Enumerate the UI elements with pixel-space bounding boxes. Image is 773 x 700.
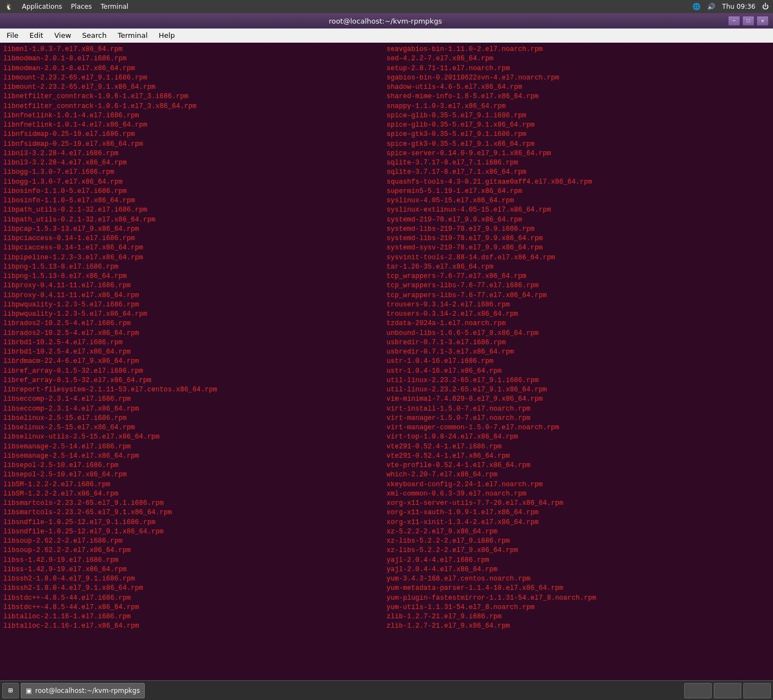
list-item: seavgabios-bin-1.11.0-2.el7.noarch.rpm bbox=[386, 45, 770, 54]
applications-menu[interactable]: Applications bbox=[22, 3, 62, 10]
list-item: libssh2-1.8.0-4.el7_9.1.x86_64.rpm bbox=[3, 584, 386, 593]
list-item: libnfnetlink-1.0.1-4.el7.x86_64.rpm bbox=[3, 121, 386, 130]
datetime-display: Thu 09:36 bbox=[722, 3, 755, 10]
taskbar-window-label: root@localhost:~/kvm-rpmpkgs bbox=[35, 687, 140, 695]
list-item: libpciaccess-0.14-1.el7.i686.rpm bbox=[3, 234, 386, 243]
list-item: yum-plugin-fastestmirror-1.1.31-54.el7_8… bbox=[386, 594, 770, 603]
list-item: libseccomp-2.3.1-4.el7.i686.rpm bbox=[3, 395, 386, 404]
taskbar-terminal-window[interactable]: ▣ root@localhost:~/kvm-rpmpkgs bbox=[21, 683, 145, 698]
list-item: xz-libs-5.2.2-2.el7_9.i686.rpm bbox=[386, 537, 770, 546]
list-item: xorg-x11-xinit-1.3.4-2.el7.x86_64.rpm bbox=[386, 518, 770, 527]
menu-file[interactable]: File bbox=[2, 30, 23, 41]
menu-search[interactable]: Search bbox=[78, 30, 111, 41]
list-item: libref_array-0.1.5-32.el7.x86_64.rpm bbox=[3, 376, 386, 385]
list-item: snappy-1.1.0-3.el7.x86_64.rpm bbox=[386, 102, 770, 111]
maximize-button[interactable]: □ bbox=[742, 16, 754, 26]
list-item: libnetfilter_conntrack-1.0.6-1.el7_3.i68… bbox=[3, 92, 386, 101]
terminal-output: libmnl-1.0.3-7.el7.x86_64.rpmlibmodman-2… bbox=[3, 45, 770, 688]
list-item: librados2-10.2.5-4.el7.x86_64.rpm bbox=[3, 329, 386, 338]
list-item: trousers-0.3.14-2.el7.i686.rpm bbox=[386, 300, 770, 310]
list-item: ustr-1.0.4-16.el7.i686.rpm bbox=[386, 357, 770, 366]
left-column: libmnl-1.0.3-7.el7.x86_64.rpmlibmodman-2… bbox=[3, 45, 386, 631]
menu-edit[interactable]: Edit bbox=[25, 30, 48, 41]
list-item: libsoup-2.62.2-2.el7.x86_64.rpm bbox=[3, 546, 386, 555]
list-item: libosinfo-1.1.0-5.el7.x86_64.rpm bbox=[3, 196, 386, 206]
os-icon: 🐧 bbox=[4, 2, 13, 11]
list-item: which-2.20-7.el7.x86_64.rpm bbox=[386, 470, 770, 480]
list-item: shadow-utils-4.6-5.el7.x86_64.rpm bbox=[386, 83, 770, 92]
list-item: libosinfo-1.1.0-5.el7.i686.rpm bbox=[3, 187, 386, 196]
list-item: spice-gtk3-0.35-5.el7_9.1.x86_64.rpm bbox=[386, 140, 770, 149]
list-item: libss-1.42.9-19.el7.x86_64.rpm bbox=[3, 565, 386, 574]
taskbar-right-btn-2[interactable] bbox=[714, 683, 741, 698]
list-item: util-linux-2.23.2-65.el7_9.1.i686.rpm bbox=[386, 376, 770, 385]
list-item: tcp_wrappers-libs-7.6-77.el7.x86_64.rpm bbox=[386, 291, 770, 300]
menu-terminal[interactable]: Terminal bbox=[113, 30, 152, 41]
taskbar-right-btn-1[interactable] bbox=[684, 683, 712, 698]
places-menu[interactable]: Places bbox=[71, 3, 92, 10]
menu-help[interactable]: Help bbox=[154, 30, 179, 41]
list-item: libpng-1.5.13-8.el7.x86_64.rpm bbox=[3, 272, 386, 281]
list-item: spice-gtk3-0.35-5.el7_9.1.i686.rpm bbox=[386, 130, 770, 139]
close-button[interactable]: ✕ bbox=[757, 16, 769, 26]
minimize-button[interactable]: − bbox=[728, 16, 740, 26]
list-item: setup-2.8.71-11.el7.noarch.rpm bbox=[386, 64, 770, 73]
list-item: libmount-2.23.2-65.el7_9.1.i686.rpm bbox=[3, 73, 386, 83]
system-bar: 🐧 Applications Places Terminal 🌐 🔊 Thu 0… bbox=[0, 0, 773, 13]
list-item: sysvinit-tools-2.88-14.dsf.el7.x86_64.rp… bbox=[386, 253, 770, 263]
list-item: librbd1-10.2.5-4.el7.x86_64.rpm bbox=[3, 348, 386, 357]
list-item: sqlite-3.7.17-8.el7_7.1.i686.rpm bbox=[386, 158, 770, 168]
list-item: spice-glib-0.35-5.el7_9.1.i686.rpm bbox=[386, 111, 770, 121]
list-item: libstdc++-4.8.5-44.el7.i686.rpm bbox=[3, 594, 386, 603]
right-column: seavgabios-bin-1.11.0-2.el7.noarch.rpmse… bbox=[386, 45, 770, 631]
list-item: systemd-sysv-219-78.el7_9.9.x86_64.rpm bbox=[386, 243, 770, 253]
list-item: libsndfile-1.0.25-12.el7_9.1.i686.rpm bbox=[3, 518, 386, 527]
list-item: libselinux-2.5-15.el7.i686.rpm bbox=[3, 414, 386, 423]
list-item: vte291-0.52.4-1.el7.x86_64.rpm bbox=[386, 452, 770, 461]
list-item: yum-metadata-parser-1.1.4-10.el7.x86_64.… bbox=[386, 584, 770, 593]
network-icon: 🌐 bbox=[692, 3, 701, 10]
list-item: systemd-libs-219-78.el7_9.9.x86_64.rpm bbox=[386, 234, 770, 243]
list-item: libseccomp-2.3.1-4.el7.x86_64.rpm bbox=[3, 405, 386, 414]
list-item: spice-glib-0.35-5.el7_9.1.x86_64.rpm bbox=[386, 121, 770, 130]
list-item: libnetfilter_conntrack-1.0.6-1.el7_3.x86… bbox=[3, 102, 386, 111]
list-item: libsemanage-2.5-14.el7.x86_64.rpm bbox=[3, 452, 386, 461]
list-item: libsmartcols-2.23.2-65.el7_9.1.x86_64.rp… bbox=[3, 508, 386, 517]
list-item: unbound-libs-1.6.6-5.el7_8.x86_64.rpm bbox=[386, 329, 770, 338]
list-item: yum-3.4.3-168.el7.centos.noarch.rpm bbox=[386, 574, 770, 584]
list-item: xorg-x11-xauth-1.0.9-1.el7.x86_64.rpm bbox=[386, 508, 770, 517]
terminal-menu[interactable]: Terminal bbox=[100, 3, 128, 10]
list-item: libSM-1.2.2-2.el7.i686.rpm bbox=[3, 480, 386, 490]
list-item: libmodman-2.0.1-8.el7.i686.rpm bbox=[3, 54, 386, 64]
list-item: virt-manager-1.5.0-7.el7.noarch.rpm bbox=[386, 414, 770, 423]
list-item: libproxy-0.4.11-11.el7.i686.rpm bbox=[3, 281, 386, 291]
taskbar-window-icon: ▣ bbox=[26, 687, 32, 695]
window-title: root@localhost:~/kvm-rpmpkgs bbox=[43, 17, 728, 25]
list-item: tzdata-2024a-1.el7.noarch.rpm bbox=[386, 319, 770, 328]
list-item: libogg-1.3.0-7.el7.i686.rpm bbox=[3, 168, 386, 177]
list-item: usbredir-0.7.1-3.el7.x86_64.rpm bbox=[386, 348, 770, 357]
power-icon[interactable]: ⏻ bbox=[762, 3, 769, 10]
list-item: syslinux-extlinux-4.05-15.el7.x86_64.rpm bbox=[386, 206, 770, 215]
list-item: libmount-2.23.2-65.el7_9.1.x86_64.rpm bbox=[3, 83, 386, 92]
list-item: tcp_wrappers-7.6-77.el7.x86_64.rpm bbox=[386, 272, 770, 281]
list-item: shared-mime-info-1.8-5.el7.x86_64.rpm bbox=[386, 92, 770, 101]
list-item: libnfsidmap-0.25-19.el7.x86_64.rpm bbox=[3, 140, 386, 149]
taskbar-right-btn-3[interactable] bbox=[743, 683, 771, 698]
list-item: libssh2-1.8.0-4.el7_9.1.i686.rpm bbox=[3, 574, 386, 584]
list-item: spice-server-0.14.0-9.el7_9.1.x86_64.rpm bbox=[386, 149, 770, 158]
list-item: libpipeline-1.2.3-3.el7.x86_64.rpm bbox=[3, 253, 386, 263]
list-item: xz-libs-5.2.2-2.el7_9.x86_64.rpm bbox=[386, 546, 770, 555]
list-item: librdmacm-22.4-6.el7_9.x86_64.rpm bbox=[3, 357, 386, 366]
list-item: libpciaccess-0.14-1.el7.x86_64.rpm bbox=[3, 243, 386, 253]
list-item: tcp_wrappers-libs-7.6-77.el7.i686.rpm bbox=[386, 281, 770, 291]
list-item: libss-1.42.9-19.el7.i686.rpm bbox=[3, 556, 386, 565]
list-item: libnfnetlink-1.0.1-4.el7.i686.rpm bbox=[3, 111, 386, 121]
taskbar-show-desktop[interactable]: ⊞ bbox=[2, 683, 19, 698]
list-item: libsemanage-2.5-14.el7.i686.rpm bbox=[3, 442, 386, 452]
list-item: libstdc++-4.8.5-44.el7.x86_64.rpm bbox=[3, 603, 386, 612]
menu-view[interactable]: View bbox=[50, 30, 76, 41]
terminal-content[interactable]: libmnl-1.0.3-7.el7.x86_64.rpmlibmodman-2… bbox=[0, 43, 773, 700]
taskbar-right-area bbox=[684, 683, 771, 698]
list-item: xorg-x11-server-utils-7.7-20.el7.x86_64.… bbox=[386, 499, 770, 508]
